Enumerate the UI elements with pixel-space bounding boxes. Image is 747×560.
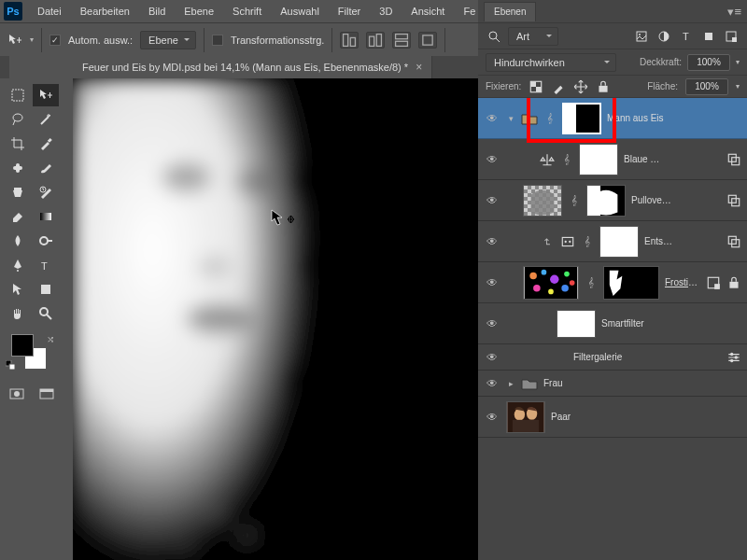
filter-settings-icon[interactable] — [726, 350, 741, 365]
menu-item[interactable]: Datei — [28, 0, 71, 22]
align-icon[interactable] — [418, 32, 437, 49]
history-brush-tool[interactable] — [33, 181, 59, 203]
healing-brush-tool[interactable] — [5, 157, 31, 179]
filter-shape-icon[interactable] — [700, 28, 717, 45]
type-tool[interactable]: T — [33, 254, 59, 276]
layer-row[interactable]: 👁 ↵ 𝄞 Ents… — [478, 221, 747, 262]
chevron-down-icon[interactable]: ▾ — [736, 82, 740, 91]
move-tool[interactable] — [33, 84, 59, 106]
layer-mask-thumbnail[interactable] — [599, 226, 639, 258]
chevron-down-icon[interactable]: ▾ — [736, 58, 740, 66]
align-icon[interactable] — [366, 32, 385, 49]
menu-item[interactable]: Filter — [329, 0, 370, 22]
layer-row[interactable]: 👁 Filtergalerie — [478, 344, 747, 371]
panel-tab-layers[interactable]: Ebenen — [484, 2, 536, 21]
filter-pixel-icon[interactable] — [633, 28, 650, 45]
layer-name[interactable]: Frostige… — [665, 277, 700, 287]
lock-position-icon[interactable] — [573, 79, 588, 94]
expand-arrow-icon[interactable]: ▸ — [506, 379, 515, 388]
gradient-tool[interactable] — [33, 205, 59, 228]
layer-effects-icon[interactable] — [726, 152, 741, 167]
visibility-toggle-icon[interactable]: 👁 — [484, 276, 500, 289]
fill-input[interactable]: 100% — [685, 78, 728, 95]
blur-tool[interactable] — [5, 230, 31, 252]
magic-wand-tool[interactable] — [33, 108, 59, 131]
search-icon[interactable] — [486, 28, 502, 45]
layer-row[interactable]: 👁 ▾ 𝄞 Mann aus Eis — [478, 98, 747, 139]
layer-name[interactable]: Frau — [543, 378, 741, 388]
lock-pixels-icon[interactable] — [551, 79, 566, 94]
auto-select-checkbox[interactable] — [49, 35, 61, 46]
layer-mask-thumbnail[interactable] — [562, 103, 601, 134]
visibility-toggle-icon[interactable]: 👁 — [484, 351, 500, 364]
pen-tool[interactable] — [5, 254, 31, 276]
layer-thumbnail[interactable] — [523, 266, 579, 300]
layer-mask-thumbnail[interactable] — [603, 266, 659, 300]
blend-mode-dropdown[interactable]: Hindurchwirken — [486, 53, 616, 72]
quick-mask-toggle[interactable] — [4, 385, 30, 403]
visibility-toggle-icon[interactable]: 👁 — [484, 153, 500, 166]
layer-name[interactable]: Paar — [551, 412, 741, 422]
layer-row[interactable]: 👁 ▸ Frau — [478, 371, 747, 397]
menu-item[interactable]: Bearbeiten — [71, 0, 139, 22]
lock-transparent-icon[interactable] — [529, 79, 543, 94]
path-selection-tool[interactable] — [5, 278, 31, 301]
auto-select-type-dropdown[interactable]: Ebene — [140, 31, 196, 49]
layer-name[interactable]: Ents… — [644, 236, 721, 246]
layer-mask-thumbnail[interactable] — [579, 144, 618, 175]
foreground-color-swatch[interactable] — [11, 334, 34, 357]
default-colors-icon[interactable] — [6, 360, 15, 370]
menu-item[interactable]: Schrift — [223, 0, 271, 22]
crop-tool[interactable] — [5, 133, 31, 155]
filter-adjustment-icon[interactable] — [655, 28, 672, 45]
shape-tool[interactable] — [33, 278, 59, 301]
layer-effects-icon[interactable] — [726, 193, 741, 208]
expand-arrow-icon[interactable]: ▾ — [506, 114, 515, 123]
filter-type-icon[interactable]: T — [678, 28, 695, 45]
layer-row[interactable]: 👁 Paar — [478, 397, 747, 438]
layer-thumbnail[interactable] — [523, 185, 562, 217]
panel-menu-icon[interactable]: ▾≡ — [727, 5, 741, 19]
visibility-toggle-icon[interactable]: 👁 — [484, 377, 500, 390]
clone-stamp-tool[interactable] — [5, 181, 31, 203]
close-icon[interactable]: × — [416, 61, 422, 74]
marquee-tool[interactable] — [5, 84, 31, 106]
opacity-input[interactable]: 100% — [687, 54, 730, 71]
transform-controls-checkbox[interactable] — [212, 35, 223, 46]
color-swatches[interactable]: ⤭ — [4, 334, 60, 377]
swap-colors-icon[interactable]: ⤭ — [47, 334, 54, 344]
layer-mask-thumbnail[interactable] — [586, 185, 626, 217]
collapsed-panel-handle[interactable] — [0, 56, 9, 78]
menu-item[interactable]: 3D — [370, 0, 402, 22]
brush-tool[interactable] — [33, 157, 59, 179]
lock-all-icon[interactable] — [596, 79, 611, 94]
visibility-toggle-icon[interactable]: 👁 — [484, 112, 500, 125]
screen-mode-toggle[interactable] — [34, 385, 60, 403]
menu-item[interactable]: Auswahl — [271, 0, 329, 22]
eraser-tool[interactable] — [5, 205, 31, 228]
layer-thumbnail[interactable] — [506, 401, 545, 433]
dodge-tool[interactable] — [33, 230, 59, 252]
menu-item[interactable]: Bild — [139, 0, 175, 22]
visibility-toggle-icon[interactable]: 👁 — [484, 317, 500, 330]
visibility-toggle-icon[interactable]: 👁 — [484, 235, 500, 248]
visibility-toggle-icon[interactable]: 👁 — [484, 194, 500, 207]
layer-row[interactable]: 👁 𝄞 Pullove… — [478, 180, 747, 221]
layer-name[interactable]: Blaue … — [624, 154, 721, 164]
layer-effects-icon[interactable] — [726, 234, 741, 249]
layer-row[interactable]: 👁 𝄞 Frostige… — [478, 262, 747, 303]
menu-item[interactable]: Ebene — [175, 0, 223, 22]
menu-item[interactable]: Ansicht — [402, 0, 454, 22]
layer-name[interactable]: Pullove… — [631, 195, 721, 205]
filter-kind-dropdown[interactable]: Art — [508, 27, 558, 46]
layer-name[interactable]: Filtergalerie — [573, 352, 721, 362]
canvas[interactable] — [73, 78, 478, 560]
visibility-toggle-icon[interactable]: 👁 — [484, 411, 500, 424]
align-icon[interactable] — [340, 32, 359, 49]
lasso-tool[interactable] — [5, 108, 31, 131]
eyedropper-tool[interactable] — [33, 133, 59, 155]
filter-smart-icon[interactable] — [723, 28, 740, 45]
align-icon[interactable] — [392, 32, 411, 49]
document-tab[interactable]: Feuer und Eis by MDI.psd bei 14,1% (Mann… — [73, 56, 432, 78]
layer-row[interactable]: 👁 Smartfilter — [478, 303, 747, 344]
